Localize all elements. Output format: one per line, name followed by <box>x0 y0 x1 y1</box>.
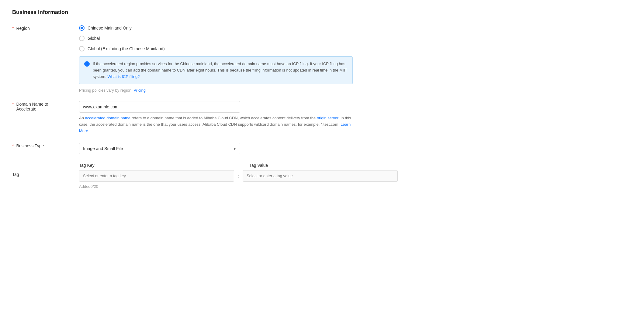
radio-label-global: Global <box>88 36 100 41</box>
domain-description: An accelerated domain name refers to a d… <box>79 115 353 134</box>
domain-required-indicator: * <box>12 102 14 107</box>
domain-field: * Domain Name to Accelerate An accelerat… <box>12 101 632 134</box>
radio-mainland[interactable]: Chinese Mainland Only <box>79 25 353 31</box>
region-field: * Region Chinese Mainland Only Global Gl… <box>12 25 632 93</box>
page-title: Business Information <box>12 9 632 16</box>
domain-content: An accelerated domain name refers to a d… <box>79 101 353 134</box>
radio-circle-global <box>79 36 85 41</box>
tag-label: Tag <box>12 163 79 177</box>
radio-inner-mainland <box>81 27 83 29</box>
domain-label-text: Domain Name to Accelerate <box>16 102 48 111</box>
accelerated-domain-link[interactable]: accelerated domain name <box>85 116 131 120</box>
required-indicator: * <box>12 26 14 31</box>
radio-circle-mainland <box>79 25 85 31</box>
icp-info-box: i If the accelerated region provides ser… <box>79 56 353 84</box>
pricing-note: Pricing policies vary by region. Pricing <box>79 88 353 93</box>
pricing-note-text: Pricing policies vary by region. <box>79 88 133 93</box>
tag-value-input[interactable] <box>243 170 398 182</box>
info-icon: i <box>84 61 90 67</box>
radio-label-global-exclude: Global (Excluding the Chinese Mainland) <box>88 46 165 51</box>
tag-inputs-row: : <box>79 170 632 182</box>
region-label: * Region <box>12 25 79 31</box>
business-type-select[interactable]: Image and Small File Large File Download… <box>79 143 240 154</box>
radio-label-mainland: Chinese Mainland Only <box>88 26 132 30</box>
icp-filing-link[interactable]: What is ICP filing? <box>107 74 140 79</box>
tag-added-count: Added0/20 <box>79 184 632 189</box>
tag-value-header: Tag Value <box>249 163 268 168</box>
tag-key-header: Tag Key <box>79 163 240 168</box>
domain-label: * Domain Name to Accelerate <box>12 101 79 111</box>
radio-global-exclude[interactable]: Global (Excluding the Chinese Mainland) <box>79 46 353 51</box>
domain-name-input[interactable] <box>79 101 240 113</box>
business-type-select-wrapper: Image and Small File Large File Download… <box>79 143 240 154</box>
learn-more-link[interactable]: Learn More <box>79 122 351 133</box>
origin-server-link[interactable]: origin server <box>317 116 338 120</box>
radio-global[interactable]: Global <box>79 36 353 41</box>
tag-field: Tag Tag Key Tag Value : Added0/20 <box>12 163 632 189</box>
region-content: Chinese Mainland Only Global Global (Exc… <box>79 25 353 93</box>
business-type-label-text: Business Type <box>16 143 44 148</box>
business-type-field: * Business Type Image and Small File Lar… <box>12 143 632 154</box>
region-radio-group: Chinese Mainland Only Global Global (Exc… <box>79 25 353 51</box>
business-type-content: Image and Small File Large File Download… <box>79 143 353 154</box>
tag-separator: : <box>238 174 239 178</box>
business-type-required: * <box>12 143 14 148</box>
region-label-text: Region <box>16 26 29 31</box>
tag-content: Tag Key Tag Value : Added0/20 <box>79 163 632 189</box>
business-type-label: * Business Type <box>12 143 79 148</box>
tag-headers: Tag Key Tag Value <box>79 163 632 168</box>
radio-circle-global-exclude <box>79 46 85 51</box>
tag-key-input[interactable] <box>79 170 234 182</box>
icp-info-text: If the accelerated region provides servi… <box>93 61 348 80</box>
pricing-link[interactable]: Pricing <box>133 88 146 93</box>
